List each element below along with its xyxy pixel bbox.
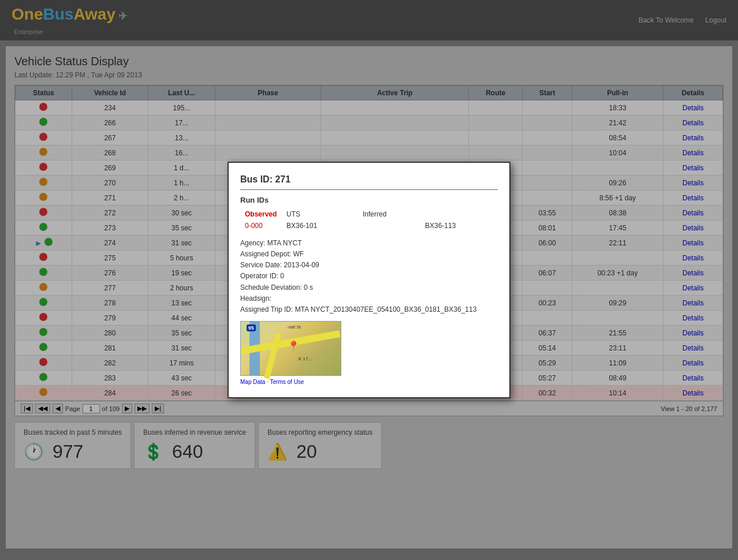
map-street-label: -raft St: [287, 324, 301, 330]
map-pin: 📍: [287, 340, 300, 353]
inferred-value2: BX36-113: [422, 221, 497, 231]
map-road2: [264, 333, 281, 379]
modal-info: Agency: MTA NYCT Assigned Depot: WF Serv…: [240, 238, 498, 315]
modal-map-footer: Map Data · Terms of Use: [240, 379, 341, 385]
modal-box: Bus ID: 271 Run IDs Observed UTS Inferre…: [228, 162, 510, 398]
map-data-link[interactable]: Map Data: [240, 379, 265, 385]
headsign: Headsign:: [240, 293, 498, 304]
modal-title: Bus ID: 271: [240, 174, 498, 190]
page-wrapper: OneBusAway ✈ Enterprise Back To Welcome …: [0, 0, 738, 560]
uts-value: UTS: [283, 209, 358, 219]
agency: Agency: MTA NYCT: [240, 238, 498, 249]
operator: Operator ID: 0: [240, 271, 498, 282]
map-east-label: E 17...: [299, 356, 312, 361]
inferred-value1: BX36-101: [283, 221, 358, 231]
service-date: Service Date: 2013-04-09: [240, 260, 498, 271]
depot: Assigned Depot: WF: [240, 249, 498, 260]
schedule-dev: Schedule Deviation: 0 s: [240, 282, 498, 293]
highway-shield: 95: [247, 324, 256, 331]
observed-label: Observed: [241, 209, 282, 219]
run-ids-title: Run IDs: [240, 196, 498, 204]
trip-id: Assigned Trip ID: MTA NYCT_20130407EE_05…: [240, 304, 498, 315]
modal-overlay[interactable]: Bus ID: 271 Run IDs Observed UTS Inferre…: [0, 0, 738, 560]
modal-map: 📍 95 -raft St E 17...: [240, 321, 341, 376]
terms-link[interactable]: Terms of Use: [270, 379, 304, 385]
run-ids-table: Observed UTS Inferred 0-000 BX36-101 BX3…: [240, 208, 498, 232]
observed-value: 0-000: [241, 221, 282, 231]
modal-map-container: 📍 95 -raft St E 17... Map Data · Terms o…: [240, 321, 341, 385]
inferred-label-modal: Inferred: [359, 209, 420, 219]
